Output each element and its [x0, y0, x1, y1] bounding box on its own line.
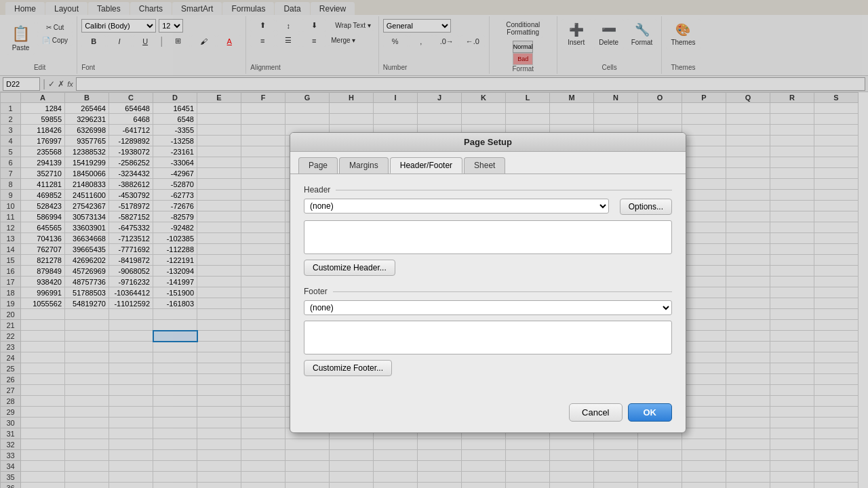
footer-preview-box [304, 321, 672, 354]
customize-footer-button[interactable]: Customize Footer... [304, 360, 392, 376]
dialog-title: Page Setup [290, 133, 686, 152]
cancel-button[interactable]: Cancel [569, 403, 622, 422]
dialog-tab-margins[interactable]: Margins [339, 157, 389, 174]
dialog-footer: Cancel OK [290, 403, 686, 422]
options-button[interactable]: Options... [620, 199, 672, 215]
page-setup-dialog: Page Setup Page Margins Header/Footer Sh… [290, 132, 686, 433]
header-section: Header (none) Options... Customize Heade… [304, 185, 672, 276]
header-dropdown[interactable]: (none) [304, 199, 609, 214]
dialog-body: Header (none) Options... Customize Heade… [290, 174, 686, 398]
header-preview-box [304, 220, 672, 254]
footer-section-title: Footer [304, 287, 672, 296]
footer-dropdown[interactable]: (none) [304, 300, 672, 315]
header-dropdown-row: (none) Options... [304, 199, 672, 215]
header-dropdown-wrapper: (none) [304, 199, 609, 214]
dialog-tab-sheet[interactable]: Sheet [464, 157, 505, 174]
footer-dropdown-wrapper: (none) [304, 300, 672, 315]
dialog-tabs: Page Margins Header/Footer Sheet [290, 152, 686, 174]
ok-button[interactable]: OK [628, 403, 673, 422]
footer-section: Footer (none) Customize Footer... [304, 287, 672, 376]
customize-header-button[interactable]: Customize Header... [304, 260, 395, 276]
header-section-title: Header [304, 185, 672, 195]
dialog-tab-page[interactable]: Page [298, 157, 338, 174]
dialog-tab-headerfooter[interactable]: Header/Footer [390, 157, 462, 174]
